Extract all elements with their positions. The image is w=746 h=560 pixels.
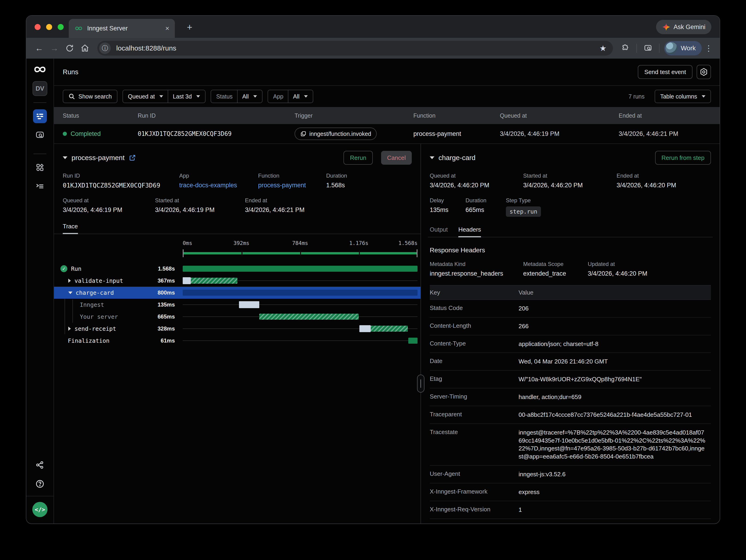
sidebar-item-runs[interactable] bbox=[33, 109, 47, 123]
span-bar-hatched[interactable] bbox=[371, 326, 408, 332]
ask-gemini-button[interactable]: Ask Gemini bbox=[656, 20, 711, 34]
timeline-tick-label: 1.568s bbox=[398, 240, 418, 246]
inngest-logo-icon[interactable] bbox=[33, 65, 47, 74]
started-at-label: Started at bbox=[155, 197, 245, 204]
bookmark-star-icon[interactable]: ★ bbox=[600, 43, 606, 53]
step-type-label: Step Type bbox=[506, 197, 541, 204]
filter-bar: Show search Queued at Last 3d Status All… bbox=[54, 86, 720, 107]
extensions-icon[interactable] bbox=[619, 42, 632, 55]
tab-trace[interactable]: Trace bbox=[63, 223, 78, 234]
trace-row-inngest[interactable]: Inngest135ms bbox=[54, 299, 421, 311]
span-bar-delay[interactable] bbox=[239, 301, 259, 308]
trace-row-validate-input[interactable]: validate-input367ms bbox=[54, 275, 421, 287]
tab-close-icon[interactable]: × bbox=[165, 25, 169, 32]
reload-button[interactable] bbox=[63, 42, 76, 55]
tab-search-icon[interactable] bbox=[641, 42, 654, 55]
span-bar-hatched[interactable] bbox=[259, 314, 359, 320]
timeline-minimap[interactable] bbox=[183, 249, 418, 257]
browser-menu-icon[interactable]: ⋮ bbox=[704, 43, 713, 53]
trace-row-run[interactable]: ✓Run1.568s bbox=[54, 263, 421, 275]
trace-row-finalization[interactable]: Finalization61ms bbox=[54, 335, 421, 347]
url-text[interactable]: localhost:8288/runs bbox=[116, 44, 600, 52]
trigger-badge[interactable]: inngest/function.invoked bbox=[294, 127, 377, 140]
header-value: inngest-js:v3.52.6 bbox=[519, 470, 706, 478]
trace-row-send-receipt[interactable]: send-receipt328ms bbox=[54, 323, 421, 335]
span-bar-selected[interactable] bbox=[183, 290, 418, 296]
span-bar-delay[interactable] bbox=[360, 325, 371, 332]
value-column-header: Value bbox=[519, 289, 711, 296]
span-bar-solid[interactable] bbox=[408, 338, 418, 344]
external-link-icon[interactable] bbox=[129, 154, 136, 161]
page-title: Runs bbox=[63, 68, 79, 76]
span-bar-hatched[interactable] bbox=[191, 278, 238, 284]
table-columns-button[interactable]: Table columns bbox=[655, 90, 711, 103]
app-filter[interactable]: App All bbox=[267, 90, 313, 103]
run-table-row[interactable]: Completed 01KJXD1TQCZ852GMEX0CQF3D69 inn… bbox=[54, 124, 720, 144]
tab-output[interactable]: Output bbox=[430, 226, 448, 237]
step-started-label: Started at bbox=[523, 173, 616, 179]
header-key: X-Inngest-Framework bbox=[430, 488, 519, 496]
help-icon[interactable] bbox=[33, 477, 47, 491]
metadata-kind-label: Metadata Kind bbox=[430, 261, 523, 267]
back-button[interactable]: ← bbox=[33, 42, 46, 55]
minimize-window-button[interactable] bbox=[46, 24, 52, 30]
show-search-button[interactable]: Show search bbox=[63, 90, 117, 103]
status-filter-label: Status bbox=[216, 93, 232, 100]
show-search-label: Show search bbox=[79, 93, 112, 100]
status-filter[interactable]: Status All bbox=[210, 90, 262, 103]
header-value: 1 bbox=[519, 506, 706, 514]
forward-button[interactable]: → bbox=[48, 42, 61, 55]
header-value: 00-a8bc2f17c4ccce87cc7376e5246a221b-f4ae… bbox=[519, 411, 706, 419]
header-value: handler, action;dur=659 bbox=[519, 393, 706, 401]
tab-headers[interactable]: Headers bbox=[458, 226, 481, 237]
time-range-value[interactable]: Last 3d bbox=[173, 93, 192, 100]
share-icon[interactable] bbox=[33, 458, 47, 472]
close-window-button[interactable] bbox=[35, 24, 40, 30]
browser-profile-button[interactable]: Work bbox=[664, 41, 702, 55]
zoom-window-button[interactable] bbox=[58, 24, 64, 30]
app-link[interactable]: trace-docs-examples bbox=[179, 182, 258, 189]
collapse-run-chevron-icon[interactable] bbox=[63, 156, 67, 159]
queued-at-filter-label[interactable]: Queued at bbox=[128, 93, 155, 100]
status-filter-value[interactable]: All bbox=[242, 93, 249, 100]
sidebar-item-functions[interactable] bbox=[33, 179, 47, 193]
browser-tab[interactable]: Inngest Server × bbox=[69, 19, 175, 38]
span-bar-solid[interactable] bbox=[183, 266, 418, 272]
span-bar-delay[interactable] bbox=[183, 277, 191, 284]
send-test-event-button[interactable]: Send test event bbox=[638, 65, 692, 79]
settings-gear-icon[interactable] bbox=[697, 65, 711, 79]
collapse-step-chevron-icon[interactable] bbox=[430, 156, 434, 159]
app-filter-value[interactable]: All bbox=[293, 93, 299, 100]
run-id: 01KJXD1TQCZ852GMEX0CQF3D69 bbox=[138, 130, 232, 137]
main-content: Runs Send test event Show search Queued … bbox=[54, 59, 720, 524]
function-link[interactable]: process-payment bbox=[258, 182, 326, 189]
home-button[interactable] bbox=[79, 42, 91, 55]
dev-mode-button[interactable]: </> bbox=[32, 502, 48, 517]
header-value: 266 bbox=[519, 322, 706, 330]
sidebar-item-apps[interactable] bbox=[33, 160, 47, 174]
step-duration: 1.568s bbox=[54, 263, 175, 275]
rerun-button[interactable]: Rerun bbox=[343, 151, 373, 165]
step-duration-value: 665ms bbox=[465, 206, 506, 213]
rerun-from-step-button[interactable]: Rerun from step bbox=[655, 151, 711, 165]
header-key: User-Agent bbox=[430, 470, 519, 478]
new-tab-button[interactable]: + bbox=[183, 22, 196, 32]
site-info-icon[interactable]: ⓘ bbox=[99, 42, 111, 54]
header-key: Server-Timing bbox=[430, 393, 519, 401]
column-queued-at: Queued at bbox=[500, 112, 619, 119]
trace-row-charge-card[interactable]: charge-card800ms bbox=[54, 287, 421, 299]
step-duration: 135ms bbox=[54, 299, 175, 311]
pane-resize-handle[interactable] bbox=[417, 375, 425, 392]
time-filter[interactable]: Queued at Last 3d bbox=[122, 90, 206, 103]
trace-row-your-server[interactable]: Your server665ms bbox=[54, 311, 421, 323]
header-value: Wed, 04 Mar 2026 21:46:20 GMT bbox=[519, 357, 706, 365]
header-value: application/json; charset=utf-8 bbox=[519, 340, 706, 348]
address-bar[interactable]: ⓘ localhost:8288/runs ★ bbox=[97, 41, 613, 56]
workspace-badge[interactable]: DV bbox=[32, 81, 47, 96]
cancel-button[interactable]: Cancel bbox=[381, 151, 412, 165]
sidebar-item-events[interactable] bbox=[33, 128, 47, 142]
runs-count: 7 runs bbox=[629, 93, 644, 100]
duration-label: Duration bbox=[326, 173, 347, 179]
duration-value: 1.568s bbox=[326, 182, 347, 189]
updated-at-label: Updated at bbox=[588, 261, 647, 267]
